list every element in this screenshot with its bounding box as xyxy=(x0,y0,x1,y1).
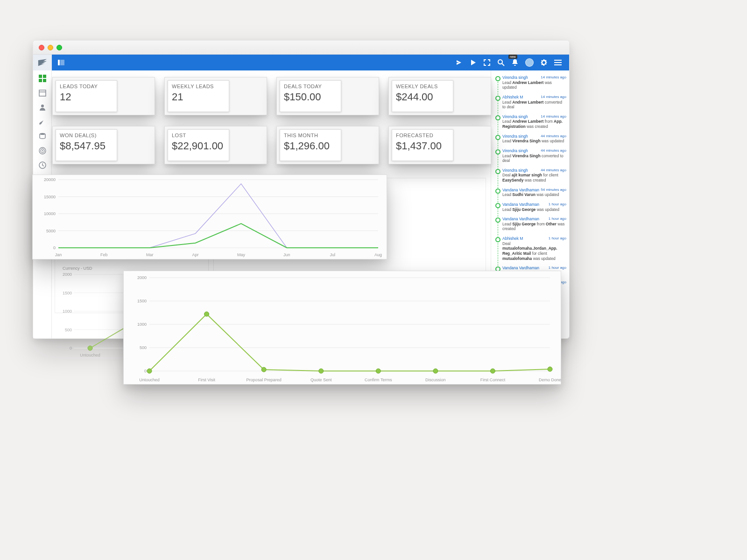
activity-item[interactable]: Abhishek M14 minutes agoLead Andrew Lamb… xyxy=(496,95,566,110)
svg-text:Apr: Apr xyxy=(192,252,199,257)
top-bar xyxy=(33,55,569,70)
kpi-value: $22,901.00 xyxy=(172,140,225,152)
svg-text:1000: 1000 xyxy=(63,309,72,314)
kpi-label: WON DEAL(S) xyxy=(60,133,113,138)
svg-text:500: 500 xyxy=(140,345,147,350)
svg-point-73 xyxy=(261,367,266,372)
activity-item[interactable]: Virendra singh14 minutes agoLead Andrew … xyxy=(496,114,566,129)
svg-line-3 xyxy=(502,63,504,66)
kpi-label: DEALS TODAY xyxy=(284,84,337,89)
kpi-label: THIS MONTH xyxy=(284,133,337,138)
svg-text:Feb: Feb xyxy=(100,252,108,257)
avatar[interactable] xyxy=(525,58,534,67)
svg-rect-8 xyxy=(39,90,46,96)
pipeline-chart-panel: 0500100015002000UntouchedFirst VisitProp… xyxy=(123,271,561,385)
svg-text:2000: 2000 xyxy=(137,275,147,280)
activity-item[interactable]: Vandana Vardhaman54 minutes agoLead Sudh… xyxy=(496,188,566,197)
svg-rect-4 xyxy=(39,75,42,78)
kpi-label: WEEKLY LEADS xyxy=(172,84,225,89)
kpi-leads-today: LEADS TODAY12 xyxy=(52,77,155,115)
svg-point-11 xyxy=(40,133,45,135)
kpi-value: $1,437.00 xyxy=(396,140,449,152)
svg-rect-6 xyxy=(39,79,42,82)
maximize-icon[interactable] xyxy=(56,45,62,50)
svg-point-76 xyxy=(433,369,438,373)
nav-user-icon[interactable] xyxy=(38,103,47,112)
svg-text:0: 0 xyxy=(70,346,72,350)
svg-text:500: 500 xyxy=(65,328,72,332)
fullscreen-icon[interactable] xyxy=(483,59,491,66)
activity-item[interactable]: Virendra singh44 minutes agoLead Virendr… xyxy=(496,134,566,144)
svg-text:Untouched: Untouched xyxy=(80,353,100,357)
svg-rect-0 xyxy=(58,60,60,65)
nav-database-icon[interactable] xyxy=(38,132,47,140)
kpi-value: 21 xyxy=(172,91,225,103)
activity-item[interactable]: Vandana Vardhaman1 hour agoLead Sjiju Ge… xyxy=(496,217,566,231)
svg-rect-7 xyxy=(43,79,46,82)
kpi-row-top: LEADS TODAY12 WEEKLY LEADS21 DEALS TODAY… xyxy=(52,77,491,115)
nav-dashboard-icon[interactable] xyxy=(38,74,47,83)
kpi-weekly-deals: WEEKLY DEALS$244.00 xyxy=(388,77,491,115)
svg-point-71 xyxy=(147,369,152,373)
play-icon[interactable] xyxy=(469,59,477,66)
svg-point-78 xyxy=(548,367,552,371)
nav-clock-icon[interactable] xyxy=(38,161,47,169)
svg-text:Demo Done: Demo Done xyxy=(539,378,561,382)
brand-logo[interactable] xyxy=(33,55,52,70)
svg-text:Quote Sent: Quote Sent xyxy=(310,378,332,382)
svg-point-51 xyxy=(88,346,92,350)
svg-text:Jul: Jul xyxy=(330,252,335,257)
svg-text:Confirm Terms: Confirm Terms xyxy=(365,378,392,382)
minimize-icon[interactable] xyxy=(48,45,53,50)
activity-item[interactable]: Abhishek M1 hour agoDeal mutualofomaha.J… xyxy=(496,236,566,261)
gear-icon[interactable] xyxy=(540,59,548,66)
share-icon[interactable] xyxy=(455,59,463,66)
kpi-won-deals: WON DEAL(S)$8,547.95 xyxy=(52,126,155,164)
kpi-this-month: THIS MONTH$1,296.00 xyxy=(276,126,379,164)
menu-icon[interactable] xyxy=(554,59,562,66)
kpi-forecasted: FORECASTED$1,437.00 xyxy=(388,126,491,164)
svg-point-14 xyxy=(42,150,43,152)
svg-text:May: May xyxy=(237,252,246,257)
bell-icon[interactable] xyxy=(511,59,519,66)
activity-item[interactable]: Virendra singh14 minutes agoLead Andrew … xyxy=(496,75,566,90)
activity-item[interactable]: Virendra singh44 minutes agoLead Virendr… xyxy=(496,148,566,163)
svg-point-74 xyxy=(319,369,324,373)
svg-text:Proposal Prepared: Proposal Prepared xyxy=(247,378,282,382)
search-icon[interactable] xyxy=(497,59,505,66)
svg-text:5000: 5000 xyxy=(46,229,56,233)
svg-text:2000: 2000 xyxy=(63,272,72,277)
svg-text:1000: 1000 xyxy=(137,322,147,327)
activity-item[interactable]: Vandana Vardhaman1 hour agoLead Sjiju Ge… xyxy=(496,202,566,212)
svg-text:15000: 15000 xyxy=(44,195,56,199)
svg-text:First Visit: First Visit xyxy=(198,378,215,382)
svg-text:Mar: Mar xyxy=(146,252,154,257)
svg-text:Discussion: Discussion xyxy=(425,378,446,382)
activity-item[interactable]: Virendra singh44 minutes agoDeal ajit ku… xyxy=(496,168,566,183)
kpi-label: FORECASTED xyxy=(396,133,449,138)
pipeline-chart: 0500100015002000UntouchedFirst VisitProp… xyxy=(124,271,562,385)
svg-rect-1 xyxy=(60,60,64,65)
svg-text:Untouched: Untouched xyxy=(139,378,160,382)
kpi-label: LOST xyxy=(172,133,225,138)
svg-point-72 xyxy=(204,312,209,316)
nav-target-icon[interactable] xyxy=(38,147,47,155)
kpi-lost: LOST$22,901.00 xyxy=(164,126,267,164)
svg-text:Aug: Aug xyxy=(374,252,382,257)
nav-calendar-icon[interactable] xyxy=(38,89,47,97)
svg-point-77 xyxy=(490,369,495,373)
kpi-deals-today: DEALS TODAY$150.00 xyxy=(276,77,379,115)
window-titlebar xyxy=(33,41,569,55)
panel-toggle-icon[interactable] xyxy=(57,59,65,66)
kpi-value: 12 xyxy=(60,91,113,103)
kpi-value: $244.00 xyxy=(396,91,449,103)
monthly-chart: 05000100001500020000JanFebMarAprMayJunJu… xyxy=(33,175,388,260)
svg-text:Jan: Jan xyxy=(55,252,62,257)
svg-rect-5 xyxy=(43,75,46,78)
svg-point-2 xyxy=(498,60,502,64)
close-icon[interactable] xyxy=(39,45,44,50)
kpi-value: $8,547.95 xyxy=(60,140,113,152)
svg-text:0: 0 xyxy=(53,245,56,250)
nav-rocket-icon[interactable] xyxy=(38,118,47,126)
kpi-weekly-leads: WEEKLY LEADS21 xyxy=(164,77,267,115)
